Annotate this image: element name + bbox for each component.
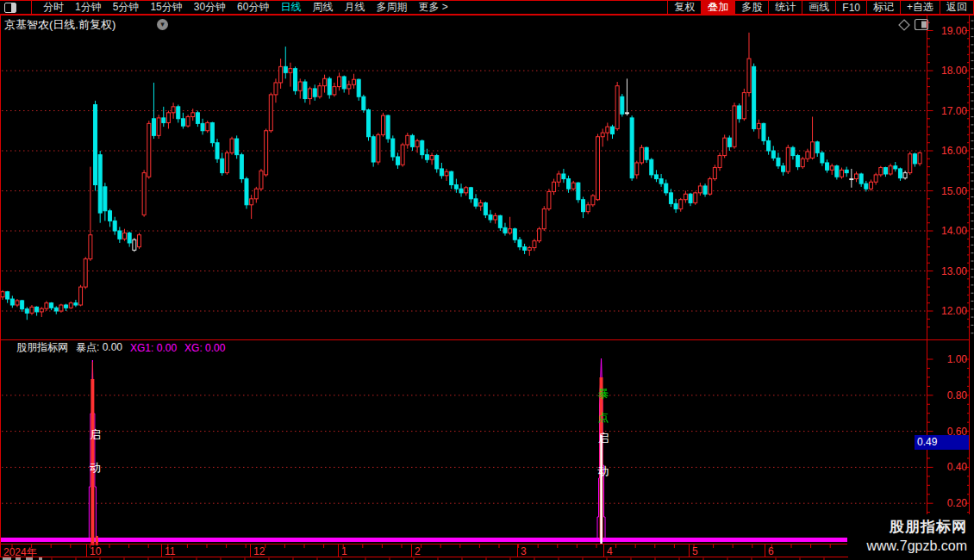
candle-body (435, 156, 439, 169)
period-item-3[interactable]: 15分钟 (150, 0, 182, 15)
top-menu-bar: 分时1分钟5分钟15分钟30分钟60分钟日线周线月线多周期更多 > 复权叠加多股… (0, 0, 974, 15)
watermark: 股朋指标网 www.7gpzb.com (848, 514, 974, 560)
period-item-9[interactable]: 多周期 (376, 0, 407, 15)
candle-body (571, 183, 575, 189)
candle-body (254, 189, 258, 199)
price-axis-label: 12.00 (928, 305, 967, 317)
tools-menu: 复权叠加多股统计画线F10标记+自选返回 (667, 1, 974, 14)
candle-body (621, 96, 624, 114)
candle-body (45, 303, 48, 309)
candle-body (659, 179, 663, 184)
candle-body (113, 221, 116, 231)
candle-body (6, 292, 9, 299)
candle-body (518, 240, 521, 246)
period-item-6[interactable]: 日线 (280, 0, 301, 15)
candle-body (786, 147, 790, 171)
candle-body (503, 227, 507, 233)
candle-body (279, 66, 283, 83)
period-item-5[interactable]: 60分钟 (237, 0, 269, 15)
candle-body (640, 147, 643, 163)
window-split-icon[interactable] (4, 3, 16, 13)
candle-body (674, 203, 677, 208)
signal-label-char: 暴 (597, 388, 610, 400)
candle-body (196, 113, 199, 124)
tool-item-2[interactable]: 多股 (734, 1, 768, 14)
trading-terminal: 分时1分钟5分钟15分钟30分钟60分钟日线周线月线多周期更多 > 复权叠加多股… (0, 0, 974, 560)
candle-body (54, 308, 58, 311)
candle-body (318, 86, 322, 97)
candle-body (454, 185, 458, 190)
candle-body (542, 208, 546, 228)
tool-item-8[interactable]: 返回 (940, 1, 974, 14)
candle-body (547, 191, 551, 208)
period-item-1[interactable]: 1分钟 (75, 0, 102, 15)
watermark-url: www.7gpzb.com (848, 538, 967, 554)
candle-body (250, 199, 253, 205)
candle-body (869, 182, 872, 189)
candle-body (118, 231, 122, 239)
candle-body (142, 173, 146, 215)
indicator-field-暴点: 暴点: 0.00 (76, 340, 122, 355)
watermark-site-name: 股朋指标网 (848, 517, 967, 537)
tool-item-4[interactable]: 画线 (802, 1, 835, 14)
candle-body (274, 83, 278, 95)
candle-body (479, 202, 483, 206)
period-item-0[interactable]: 分时 (43, 0, 64, 15)
candle-body (445, 171, 448, 176)
candle-body (709, 179, 712, 195)
tool-item-5[interactable]: F10 (835, 1, 866, 14)
candle-body (215, 143, 219, 159)
tool-item-6[interactable]: 标记 (866, 1, 900, 14)
candle-body (450, 171, 453, 184)
candle-body (133, 240, 136, 250)
tool-item-1[interactable]: 叠加 (701, 1, 734, 14)
candle-body (137, 235, 140, 247)
candle-body (109, 211, 112, 221)
title-collapse-chevron-icon[interactable]: ▾ (157, 19, 168, 30)
candle-body (191, 113, 195, 117)
date-axis-label: 2 (415, 545, 421, 557)
candle-body (894, 166, 897, 169)
candle-body (94, 105, 97, 185)
candle-body (425, 155, 428, 160)
candle-body (240, 155, 243, 179)
candle-body (230, 139, 234, 152)
tool-item-7[interactable]: +自选 (900, 1, 940, 14)
period-item-7[interactable]: 周线 (312, 0, 333, 15)
candle-body (89, 235, 92, 259)
candle-body (313, 89, 316, 96)
candle-body (791, 147, 795, 155)
candle-body (840, 170, 844, 177)
tool-item-3[interactable]: 统计 (768, 1, 802, 14)
candle-body (586, 205, 590, 212)
candle-body (742, 93, 746, 119)
period-item-2[interactable]: 5分钟 (113, 0, 140, 15)
candle-body (757, 123, 760, 128)
candle-body (65, 305, 68, 308)
candle-body (883, 168, 887, 174)
candle-body (582, 200, 585, 212)
candle-body (50, 303, 53, 308)
candle-body (35, 307, 39, 312)
candle-body (615, 86, 619, 129)
candle-body (59, 305, 63, 311)
period-item-4[interactable]: 30分钟 (194, 0, 226, 15)
candle-body (596, 137, 600, 200)
candle-body (577, 183, 580, 200)
candle-body (406, 135, 409, 145)
period-item-8[interactable]: 月线 (344, 0, 365, 15)
diamond-icon[interactable] (899, 20, 909, 30)
candle-body (201, 123, 204, 130)
candle-body (10, 299, 14, 305)
candle-body (157, 118, 160, 135)
period-item-10[interactable]: 更多 > (418, 0, 447, 15)
candle-body (801, 159, 804, 166)
candle-body (172, 107, 175, 113)
candle-body (362, 96, 365, 109)
candle-body (679, 200, 683, 209)
candle-body (386, 115, 390, 139)
candle-body (30, 307, 34, 313)
tool-item-0[interactable]: 复权 (667, 1, 701, 14)
candle-body (328, 78, 331, 95)
candle-body (396, 157, 399, 165)
